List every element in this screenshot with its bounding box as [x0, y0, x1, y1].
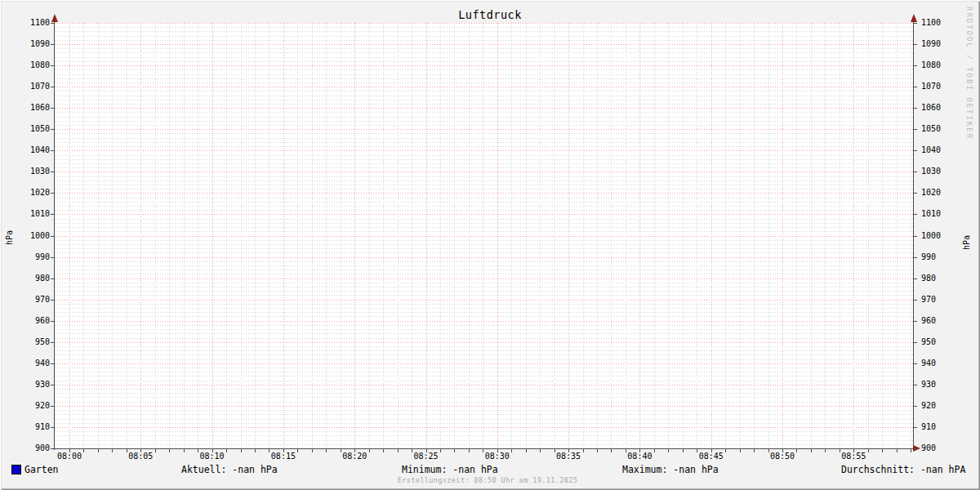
y-axis-tick	[51, 23, 54, 24]
y-tick-label: 940	[15, 359, 50, 368]
x-axis-tick	[412, 449, 412, 452]
y-axis-tick	[51, 363, 54, 364]
y-tick-label: 950	[921, 337, 956, 347]
grid-line-horizontal	[55, 193, 913, 194]
y-tick-label: 1090	[921, 39, 956, 49]
x-axis-tick	[297, 449, 298, 452]
x-axis-tick	[369, 449, 370, 452]
y-axis-tick	[51, 342, 54, 343]
grid-line-vertical	[568, 23, 569, 448]
y-axis-tick	[51, 257, 54, 258]
stat-durchschnitt: Durchschnitt: -nan hPA	[841, 464, 965, 475]
y-axis-tick	[51, 406, 54, 407]
x-axis-tick	[768, 449, 769, 452]
grid-line-vertical	[497, 23, 498, 448]
y-axis-tick	[914, 385, 917, 385]
y-axis-tick	[914, 300, 917, 301]
x-axis-tick	[198, 449, 198, 452]
x-axis-tick	[583, 449, 584, 452]
grid-line-horizontal	[55, 150, 913, 151]
x-axis-tick	[440, 449, 441, 452]
y-tick-label: 960	[15, 316, 50, 326]
grid-line-horizontal	[55, 321, 913, 322]
x-tick-label: 08:35	[556, 452, 581, 461]
y-tick-label: 1030	[15, 167, 50, 176]
grid-line-horizontal	[55, 385, 913, 385]
y-tick-label: 1070	[921, 82, 956, 91]
x-axis-tick	[555, 449, 555, 452]
y-axis-tick	[51, 150, 54, 151]
x-axis-tick	[184, 449, 185, 452]
y-axis-tick	[914, 193, 917, 194]
grid-line-vertical	[283, 23, 284, 448]
x-axis-tick	[597, 449, 598, 452]
x-axis-tick	[269, 449, 270, 452]
y-tick-label: 970	[921, 295, 956, 305]
y-tick-label: 930	[15, 380, 50, 390]
y-tick-label: 990	[15, 252, 50, 262]
y-tick-label: 1000	[921, 231, 956, 241]
y-tick-label: 940	[921, 359, 956, 368]
y-tick-label: 1020	[15, 188, 50, 198]
y-axis-tick	[51, 427, 54, 428]
y-tick-label: 900	[921, 443, 956, 453]
x-axis-tick	[112, 449, 113, 452]
y-axis-tick	[914, 108, 917, 109]
y-axis-left-arrow-icon	[51, 14, 58, 22]
y-axis-tick	[914, 44, 917, 45]
y-tick-label: 1020	[921, 188, 956, 198]
grid-line-horizontal	[55, 108, 913, 109]
y-tick-label: 990	[921, 252, 956, 262]
y-axis-tick	[51, 193, 54, 194]
y-axis-tick	[51, 87, 54, 87]
grid-line-vertical	[69, 23, 70, 448]
x-axis-tick	[725, 449, 726, 452]
y-axis-tick	[51, 65, 54, 66]
grid-line-vertical	[354, 23, 355, 448]
y-axis-tick	[51, 214, 54, 215]
y-tick-label: 1070	[15, 82, 50, 91]
y-axis-tick	[914, 129, 917, 130]
y-axis-tick	[51, 300, 54, 301]
chart-title: Luftdruck	[0, 8, 980, 21]
y-axis-tick	[51, 172, 54, 172]
y-axis-right-arrow-icon	[911, 14, 917, 22]
y-axis-tick	[51, 236, 54, 237]
y-axis-tick	[914, 172, 917, 172]
x-axis-tick	[897, 449, 898, 452]
y-tick-label: 1090	[15, 39, 50, 49]
grid-line-vertical	[711, 23, 712, 448]
x-axis-tick	[626, 449, 626, 452]
y-tick-label: 1040	[15, 145, 50, 155]
x-axis-tick	[226, 449, 227, 452]
y-axis-unit-left: hPa	[5, 230, 14, 245]
y-axis-tick	[51, 108, 54, 109]
creation-time-text: Erstellungszeit: 08:50 Uhr am 19.11.2025	[0, 476, 975, 484]
y-tick-label: 920	[15, 401, 50, 411]
grid-line-vertical	[639, 23, 640, 448]
grid-line-horizontal	[55, 406, 913, 407]
x-axis-tick	[654, 449, 655, 452]
grid-line-vertical	[140, 23, 141, 448]
x-axis-tick	[469, 449, 470, 452]
x-tick-label: 08:00	[57, 452, 82, 461]
y-tick-label: 1030	[921, 167, 956, 176]
x-axis-tick	[611, 449, 612, 452]
grid-line-vertical	[853, 23, 854, 448]
x-axis-tick	[326, 449, 327, 452]
grid-line-horizontal	[55, 214, 913, 215]
y-tick-label: 930	[921, 380, 956, 390]
y-tick-label: 1050	[15, 124, 50, 134]
x-axis-tick	[825, 449, 826, 452]
stat-minimum: Minimum: -nan hPa	[402, 464, 498, 475]
y-axis-tick	[914, 427, 917, 428]
stat-aktuell: Aktuell: -nan hPa	[181, 464, 278, 475]
y-tick-label: 920	[921, 401, 956, 411]
x-tick-label: 08:50	[770, 452, 795, 461]
grid-line-horizontal	[55, 363, 913, 364]
x-tick-label: 08:45	[699, 452, 724, 461]
x-axis-tick	[83, 449, 84, 452]
y-tick-label: 980	[15, 274, 50, 283]
y-axis-left	[54, 16, 55, 450]
grid-line-horizontal	[55, 65, 913, 66]
